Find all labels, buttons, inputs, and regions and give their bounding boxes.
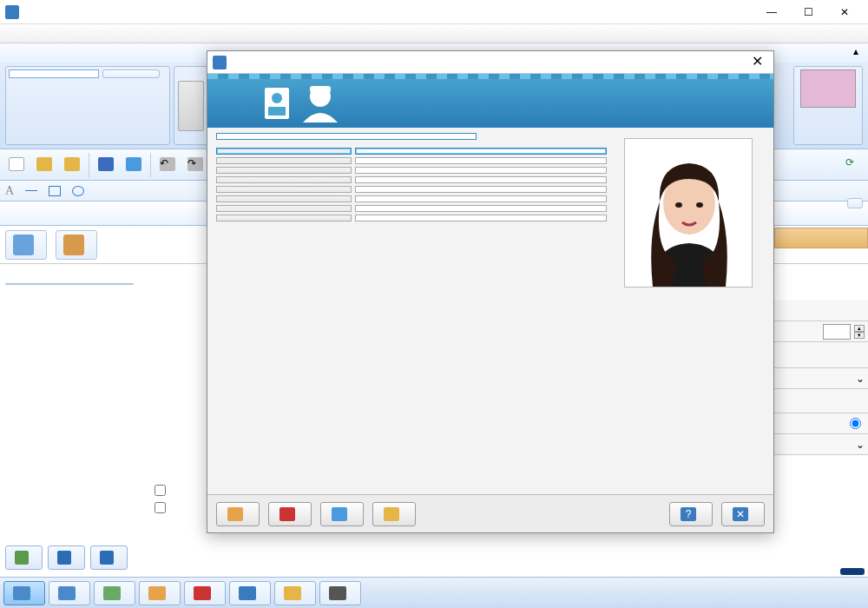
ribbon-category-label — [9, 140, 167, 142]
save-visitor-details-button[interactable] — [48, 545, 85, 570]
tab-export-image[interactable] — [139, 581, 181, 605]
visitor-records-button[interactable] — [5, 230, 47, 260]
issuing-value[interactable] — [355, 205, 607, 212]
row-visitor-no — [216, 176, 607, 183]
template-icon — [239, 586, 256, 600]
redo-button[interactable]: ↷ — [182, 156, 208, 173]
field-values-column — [139, 283, 207, 285]
visitor-details-header — [216, 133, 477, 140]
dialog-fields — [216, 133, 607, 491]
row-name — [216, 148, 607, 155]
dialog-body — [207, 128, 773, 494]
tab-print-design[interactable] — [319, 581, 361, 605]
clear-details-button[interactable] — [90, 545, 128, 570]
undo-button[interactable]: ↶ — [155, 156, 181, 173]
company2-value[interactable] — [355, 186, 607, 193]
person-value[interactable] — [355, 215, 607, 221]
help-button[interactable]: ? — [669, 502, 713, 526]
blank-select[interactable]: ⌄ — [774, 434, 868, 455]
maximize-button[interactable]: ☐ — [790, 2, 826, 23]
tab-text-editing[interactable] — [66, 56, 80, 63]
close-file-button[interactable] — [59, 156, 85, 173]
rectangle-tool[interactable] — [49, 186, 63, 196]
new-button[interactable] — [3, 156, 30, 173]
backup-restore-button[interactable]: ⟳ — [845, 156, 863, 170]
size-swatch[interactable] — [800, 69, 856, 108]
close-button[interactable]: ✕ — [826, 2, 863, 23]
visitor-no-value[interactable] — [355, 176, 607, 183]
manage-template-button[interactable] — [102, 69, 160, 78]
printer-icon — [329, 586, 346, 600]
svg-rect-4 — [310, 86, 331, 93]
dialog-print-button[interactable] — [320, 502, 364, 526]
edge-spinner[interactable]: ▴▾ — [854, 325, 865, 339]
ellipse-tool[interactable] — [72, 186, 87, 196]
menubar — [0, 24, 868, 43]
save-button[interactable] — [93, 156, 119, 173]
tab-export-pdf[interactable] — [184, 581, 226, 605]
pdf-icon — [279, 507, 295, 521]
ellipse-icon — [72, 186, 84, 196]
row-title — [216, 157, 607, 164]
print-button[interactable] — [121, 156, 147, 173]
open-button[interactable] — [31, 156, 57, 173]
mail-icon — [284, 586, 301, 600]
tab-card-back[interactable] — [49, 581, 90, 605]
title-value[interactable] — [355, 157, 607, 164]
export-image-button[interactable] — [216, 502, 260, 526]
dialog-banner — [207, 74, 773, 128]
row-issuing — [216, 205, 607, 212]
plus-icon — [15, 551, 29, 565]
help-icon: ? — [681, 507, 696, 521]
card-back-icon — [58, 586, 76, 600]
brand-badge — [840, 568, 865, 575]
pdf-icon — [194, 586, 211, 600]
svg-point-8 — [696, 202, 703, 208]
tab-card-front[interactable] — [3, 581, 45, 605]
preview-thumb[interactable] — [178, 81, 204, 131]
row-company-2 — [216, 186, 607, 193]
svg-point-7 — [675, 202, 682, 208]
refresh-icon: ⟳ — [845, 156, 863, 170]
print-as-slip-button[interactable] — [56, 230, 97, 260]
dialog-titlebar: ✕ — [207, 51, 773, 74]
tab-send-mail[interactable] — [274, 581, 316, 605]
name-value[interactable] — [355, 148, 607, 155]
vertical-radio[interactable] — [774, 413, 868, 434]
collapse-button[interactable]: ▴ — [853, 45, 861, 57]
print-icon — [126, 157, 141, 171]
tab-save-template[interactable] — [229, 581, 271, 605]
db-icon — [57, 551, 71, 565]
dialog-footer: ? ✕ — [207, 494, 773, 532]
visitor-icon — [13, 235, 34, 255]
rectangle-icon — [49, 186, 61, 196]
visitor-photo[interactable] — [624, 138, 753, 287]
visitor-officer-icon — [260, 79, 364, 126]
tab-copy-design[interactable] — [94, 581, 135, 605]
cancel-icon: ✕ — [733, 507, 748, 521]
export-pdf-button[interactable] — [268, 502, 312, 526]
card-background-button[interactable] — [847, 198, 863, 208]
minimize-button[interactable]: — — [753, 2, 790, 23]
line-tool[interactable] — [25, 190, 40, 191]
edge-input[interactable] — [823, 324, 851, 340]
undo-icon: ↶ — [160, 157, 175, 171]
text-tool[interactable]: A — [5, 184, 16, 198]
manual-checkbox-b[interactable] — [155, 502, 166, 516]
template-list[interactable] — [9, 69, 99, 78]
phone-value[interactable] — [355, 195, 607, 202]
print-icon — [332, 507, 347, 521]
cancel-button[interactable]: ✕ — [721, 502, 765, 526]
visitor-details-dialog: ✕ — [207, 50, 774, 533]
add-label-button[interactable] — [5, 545, 43, 570]
company1-value[interactable] — [355, 167, 607, 174]
back-select[interactable]: ⌄ — [774, 368, 868, 389]
ribbon-group-category — [5, 66, 170, 145]
tab-templates[interactable] — [26, 56, 40, 63]
dialog-close-button[interactable]: ✕ — [746, 53, 768, 72]
open-icon — [36, 157, 52, 171]
close-icon — [64, 157, 80, 171]
send-mail-button[interactable] — [372, 502, 416, 526]
manual-checkbox-a[interactable] — [155, 485, 166, 499]
field-labels-column — [5, 283, 134, 285]
